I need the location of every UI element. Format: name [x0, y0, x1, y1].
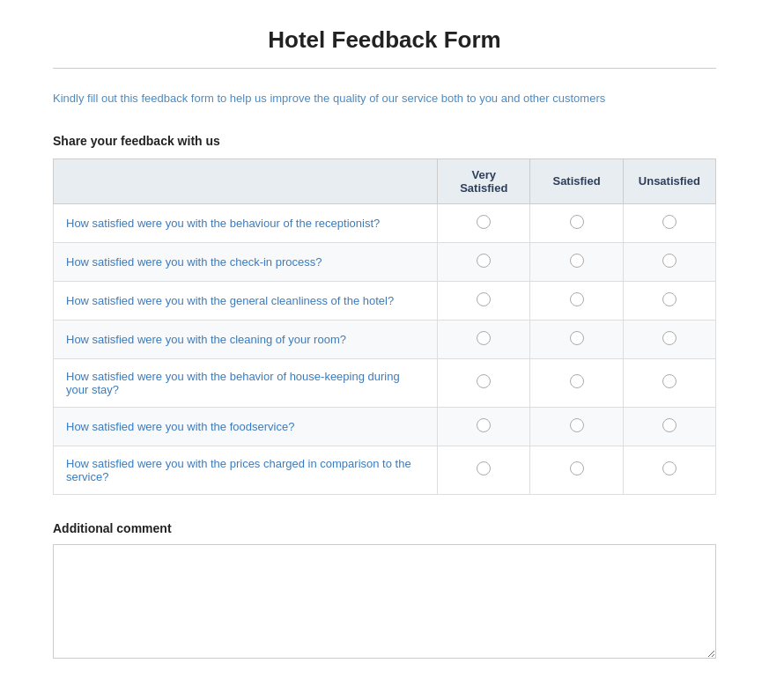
radio-satisfied[interactable]	[570, 461, 584, 475]
radio-satisfied-cell[interactable]	[530, 320, 623, 358]
radio-very-satisfied-cell[interactable]	[438, 407, 530, 446]
radio-very-satisfied[interactable]	[477, 461, 491, 475]
radio-unsatisfied-cell[interactable]	[623, 242, 715, 281]
question-cell: How satisfied were you with the behaviou…	[54, 203, 438, 242]
table-row: How satisfied were you with the behavior…	[54, 358, 716, 407]
question-cell: How satisfied were you with the prices c…	[54, 446, 438, 494]
radio-unsatisfied-cell[interactable]	[623, 446, 715, 494]
radio-satisfied-cell[interactable]	[530, 242, 623, 281]
radio-very-satisfied[interactable]	[477, 254, 491, 268]
radio-satisfied-cell[interactable]	[530, 281, 623, 320]
radio-satisfied[interactable]	[570, 215, 584, 229]
radio-unsatisfied-cell[interactable]	[623, 407, 715, 446]
radio-unsatisfied-cell[interactable]	[623, 281, 715, 320]
table-row: How satisfied were you with the general …	[54, 281, 716, 320]
question-cell: How satisfied were you with the general …	[54, 281, 438, 320]
table-row: How satisfied were you with the prices c…	[54, 446, 716, 494]
col-header-very-satisfied: Very Satisfied	[438, 158, 530, 203]
radio-satisfied[interactable]	[570, 374, 584, 388]
question-cell: How satisfied were you with the foodserv…	[54, 407, 438, 446]
col-header-question	[54, 158, 438, 203]
question-cell: How satisfied were you with the cleaning…	[54, 320, 438, 358]
section-title: Share your feedback with us	[53, 134, 716, 148]
radio-unsatisfied[interactable]	[662, 254, 677, 268]
table-row: How satisfied were you with the check-in…	[54, 242, 716, 281]
page-subtitle: Kindly fill out this feedback form to he…	[53, 90, 716, 107]
radio-unsatisfied[interactable]	[662, 331, 677, 345]
table-row: How satisfied were you with the foodserv…	[54, 407, 716, 446]
radio-very-satisfied-cell[interactable]	[438, 446, 530, 494]
radio-very-satisfied[interactable]	[477, 374, 491, 388]
radio-satisfied-cell[interactable]	[530, 407, 623, 446]
radio-satisfied[interactable]	[570, 254, 584, 268]
radio-very-satisfied-cell[interactable]	[438, 281, 530, 320]
radio-satisfied[interactable]	[570, 331, 584, 345]
radio-very-satisfied[interactable]	[477, 292, 491, 306]
radio-unsatisfied[interactable]	[662, 215, 677, 229]
radio-satisfied[interactable]	[570, 418, 584, 432]
radio-unsatisfied[interactable]	[662, 461, 677, 475]
radio-unsatisfied[interactable]	[662, 292, 677, 306]
radio-satisfied-cell[interactable]	[530, 446, 623, 494]
radio-unsatisfied-cell[interactable]	[623, 320, 715, 358]
radio-unsatisfied-cell[interactable]	[623, 358, 715, 407]
radio-unsatisfied[interactable]	[662, 418, 677, 432]
col-header-satisfied: Satisfied	[530, 158, 623, 203]
radio-satisfied[interactable]	[570, 292, 584, 306]
table-row: How satisfied were you with the cleaning…	[54, 320, 716, 358]
additional-comment-textarea[interactable]	[53, 544, 716, 659]
question-cell: How satisfied were you with the behavior…	[54, 358, 438, 407]
feedback-table: Very Satisfied Satisfied Unsatisfied How…	[53, 158, 716, 495]
question-cell: How satisfied were you with the check-in…	[54, 242, 438, 281]
radio-satisfied-cell[interactable]	[530, 358, 623, 407]
radio-very-satisfied[interactable]	[477, 418, 491, 432]
radio-unsatisfied-cell[interactable]	[623, 203, 715, 242]
table-row: How satisfied were you with the behaviou…	[54, 203, 716, 242]
page-title: Hotel Feedback Form	[53, 26, 716, 69]
radio-satisfied-cell[interactable]	[530, 203, 623, 242]
additional-comment-label: Additional comment	[53, 521, 716, 535]
radio-very-satisfied-cell[interactable]	[438, 203, 530, 242]
radio-very-satisfied[interactable]	[477, 331, 491, 345]
radio-very-satisfied-cell[interactable]	[438, 242, 530, 281]
radio-very-satisfied[interactable]	[477, 215, 491, 229]
radio-very-satisfied-cell[interactable]	[438, 358, 530, 407]
radio-very-satisfied-cell[interactable]	[438, 320, 530, 358]
radio-unsatisfied[interactable]	[662, 374, 677, 388]
col-header-unsatisfied: Unsatisfied	[623, 158, 715, 203]
